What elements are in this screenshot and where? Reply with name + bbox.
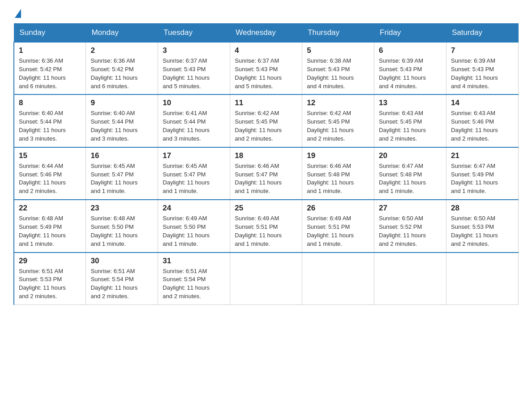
day-of-week-wednesday: Wednesday [230,24,302,43]
day-of-week-tuesday: Tuesday [158,24,230,43]
day-number: 30 [90,257,153,265]
day-number: 12 [307,98,369,107]
day-info: Sunrise: 6:37 AM Sunset: 5:43 PM Dayligh… [163,57,225,90]
day-of-week-sunday: Sunday [14,24,86,43]
day-info: Sunrise: 6:37 AM Sunset: 5:43 PM Dayligh… [235,57,297,90]
day-info: Sunrise: 6:47 AM Sunset: 5:49 PM Dayligh… [451,162,514,196]
calendar-day-cell: 22 Sunrise: 6:48 AM Sunset: 5:49 PM Dayl… [14,200,86,252]
calendar-day-cell: 16 Sunrise: 6:45 AM Sunset: 5:47 PM Dayl… [86,147,158,200]
day-number: 10 [163,98,225,107]
logo-general [13,9,21,19]
calendar-week-row: 29 Sunrise: 6:51 AM Sunset: 5:53 PM Dayl… [14,253,519,305]
day-of-week-monday: Monday [86,24,158,43]
calendar-day-cell: 17 Sunrise: 6:45 AM Sunset: 5:47 PM Dayl… [158,147,230,200]
calendar-table: SundayMondayTuesdayWednesdayThursdayFrid… [13,23,519,305]
day-info: Sunrise: 6:48 AM Sunset: 5:50 PM Dayligh… [90,214,153,248]
calendar-day-cell: 2 Sunrise: 6:36 AM Sunset: 5:42 PM Dayli… [86,42,158,94]
calendar-day-cell [374,253,446,305]
day-number: 19 [307,151,369,160]
calendar-day-cell: 11 Sunrise: 6:42 AM Sunset: 5:45 PM Dayl… [230,94,302,147]
day-number: 13 [379,98,442,107]
calendar-day-cell [446,253,519,305]
day-number: 16 [90,151,153,160]
day-number: 18 [235,151,297,160]
day-info: Sunrise: 6:51 AM Sunset: 5:54 PM Dayligh… [90,267,153,301]
day-info: Sunrise: 6:46 AM Sunset: 5:48 PM Dayligh… [307,162,369,196]
calendar-day-cell: 3 Sunrise: 6:37 AM Sunset: 5:43 PM Dayli… [158,42,230,94]
day-number: 22 [19,204,81,213]
calendar-day-cell: 8 Sunrise: 6:40 AM Sunset: 5:44 PM Dayli… [14,94,86,147]
calendar-day-cell: 18 Sunrise: 6:46 AM Sunset: 5:47 PM Dayl… [230,147,302,200]
day-number: 6 [379,46,442,55]
day-info: Sunrise: 6:50 AM Sunset: 5:52 PM Dayligh… [379,214,442,248]
calendar-day-cell [302,253,374,305]
day-info: Sunrise: 6:45 AM Sunset: 5:47 PM Dayligh… [90,162,153,196]
calendar-day-cell: 21 Sunrise: 6:47 AM Sunset: 5:49 PM Dayl… [446,147,519,200]
day-info: Sunrise: 6:39 AM Sunset: 5:43 PM Dayligh… [451,57,514,90]
day-number: 27 [379,204,442,213]
day-number: 28 [451,204,514,213]
calendar-day-cell: 1 Sunrise: 6:36 AM Sunset: 5:42 PM Dayli… [14,42,86,94]
day-info: Sunrise: 6:48 AM Sunset: 5:49 PM Dayligh… [19,214,81,248]
day-number: 4 [235,46,297,55]
calendar-day-cell: 10 Sunrise: 6:41 AM Sunset: 5:44 PM Dayl… [158,94,230,147]
day-of-week-saturday: Saturday [446,24,519,43]
day-number: 8 [19,98,81,107]
calendar-day-cell: 15 Sunrise: 6:44 AM Sunset: 5:46 PM Dayl… [14,147,86,200]
day-number: 2 [90,46,153,55]
calendar-day-cell: 5 Sunrise: 6:38 AM Sunset: 5:43 PM Dayli… [302,42,374,94]
calendar-day-cell: 7 Sunrise: 6:39 AM Sunset: 5:43 PM Dayli… [446,42,519,94]
calendar-day-cell: 4 Sunrise: 6:37 AM Sunset: 5:43 PM Dayli… [230,42,302,94]
day-of-week-thursday: Thursday [302,24,374,43]
calendar-day-cell: 25 Sunrise: 6:49 AM Sunset: 5:51 PM Dayl… [230,200,302,252]
day-info: Sunrise: 6:46 AM Sunset: 5:47 PM Dayligh… [235,162,297,196]
day-number: 23 [90,204,153,213]
day-info: Sunrise: 6:43 AM Sunset: 5:45 PM Dayligh… [379,109,442,143]
day-number: 15 [19,151,81,160]
calendar-week-row: 8 Sunrise: 6:40 AM Sunset: 5:44 PM Dayli… [14,94,519,147]
day-info: Sunrise: 6:49 AM Sunset: 5:51 PM Dayligh… [235,214,297,248]
day-number: 14 [451,98,514,107]
day-info: Sunrise: 6:43 AM Sunset: 5:46 PM Dayligh… [451,109,514,143]
day-info: Sunrise: 6:51 AM Sunset: 5:54 PM Dayligh… [163,267,225,301]
calendar-day-cell: 14 Sunrise: 6:43 AM Sunset: 5:46 PM Dayl… [446,94,519,147]
calendar-day-cell: 31 Sunrise: 6:51 AM Sunset: 5:54 PM Dayl… [158,253,230,305]
calendar-day-cell: 23 Sunrise: 6:48 AM Sunset: 5:50 PM Dayl… [86,200,158,252]
logo [13,9,21,19]
calendar-day-cell: 19 Sunrise: 6:46 AM Sunset: 5:48 PM Dayl… [302,147,374,200]
day-number: 31 [163,257,225,265]
calendar-day-cell: 27 Sunrise: 6:50 AM Sunset: 5:52 PM Dayl… [374,200,446,252]
calendar-day-cell: 12 Sunrise: 6:42 AM Sunset: 5:45 PM Dayl… [302,94,374,147]
page-header [13,9,519,19]
day-number: 25 [235,204,297,213]
day-number: 29 [19,257,81,265]
day-info: Sunrise: 6:41 AM Sunset: 5:44 PM Dayligh… [163,109,225,143]
calendar-week-row: 22 Sunrise: 6:48 AM Sunset: 5:49 PM Dayl… [14,200,519,252]
day-info: Sunrise: 6:42 AM Sunset: 5:45 PM Dayligh… [307,109,369,143]
day-info: Sunrise: 6:45 AM Sunset: 5:47 PM Dayligh… [163,162,225,196]
calendar-day-cell: 29 Sunrise: 6:51 AM Sunset: 5:53 PM Dayl… [14,253,86,305]
day-number: 17 [163,151,225,160]
day-info: Sunrise: 6:42 AM Sunset: 5:45 PM Dayligh… [235,109,297,143]
day-info: Sunrise: 6:51 AM Sunset: 5:53 PM Dayligh… [19,267,81,301]
calendar-header-row: SundayMondayTuesdayWednesdayThursdayFrid… [14,24,519,43]
day-number: 20 [379,151,442,160]
calendar-day-cell: 24 Sunrise: 6:49 AM Sunset: 5:50 PM Dayl… [158,200,230,252]
calendar-day-cell: 13 Sunrise: 6:43 AM Sunset: 5:45 PM Dayl… [374,94,446,147]
day-info: Sunrise: 6:47 AM Sunset: 5:48 PM Dayligh… [379,162,442,196]
day-info: Sunrise: 6:49 AM Sunset: 5:51 PM Dayligh… [307,214,369,248]
day-number: 11 [235,98,297,107]
day-info: Sunrise: 6:38 AM Sunset: 5:43 PM Dayligh… [307,57,369,90]
calendar-day-cell [230,253,302,305]
day-info: Sunrise: 6:50 AM Sunset: 5:53 PM Dayligh… [451,214,514,248]
calendar-day-cell: 6 Sunrise: 6:39 AM Sunset: 5:43 PM Dayli… [374,42,446,94]
calendar-week-row: 15 Sunrise: 6:44 AM Sunset: 5:46 PM Dayl… [14,147,519,200]
day-of-week-friday: Friday [374,24,446,43]
day-info: Sunrise: 6:36 AM Sunset: 5:42 PM Dayligh… [90,57,153,90]
day-number: 9 [90,98,153,107]
day-info: Sunrise: 6:40 AM Sunset: 5:44 PM Dayligh… [19,109,81,143]
calendar-day-cell: 20 Sunrise: 6:47 AM Sunset: 5:48 PM Dayl… [374,147,446,200]
calendar-week-row: 1 Sunrise: 6:36 AM Sunset: 5:42 PM Dayli… [14,42,519,94]
day-info: Sunrise: 6:44 AM Sunset: 5:46 PM Dayligh… [19,162,81,196]
day-number: 3 [163,46,225,55]
